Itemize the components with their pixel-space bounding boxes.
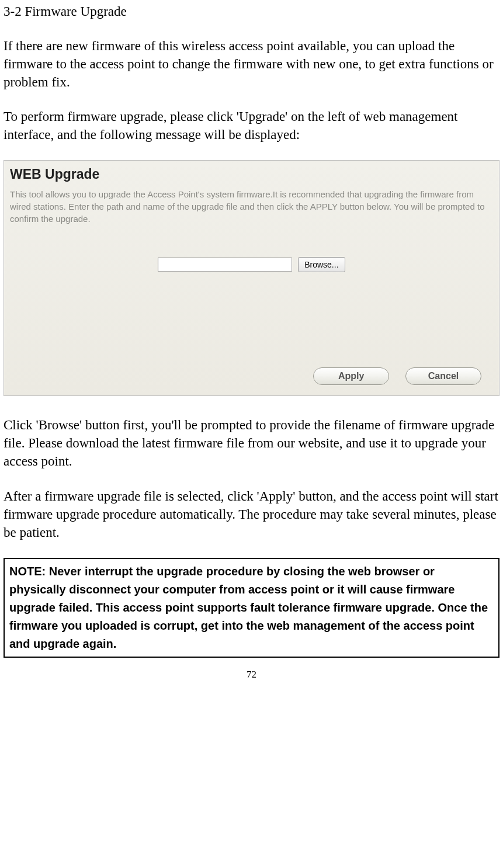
panel-actions: Apply Cancel — [10, 366, 493, 385]
panel-title: WEB Upgrade — [10, 165, 493, 183]
note-box: NOTE: Never interrupt the upgrade proced… — [4, 558, 499, 658]
paragraph-browse: Click 'Browse' button first, you'll be p… — [4, 416, 499, 470]
cancel-button[interactable]: Cancel — [405, 367, 481, 385]
paragraph-instruction: To perform firmware upgrade, please clic… — [4, 107, 499, 144]
page-number: 72 — [4, 668, 499, 682]
web-upgrade-panel: WEB Upgrade This tool allows you to upgr… — [4, 160, 499, 396]
panel-description: This tool allows you to upgrade the Acce… — [10, 188, 493, 225]
paragraph-intro: If there are new firmware of this wirele… — [4, 37, 499, 91]
section-heading: 3-2 Firmware Upgrade — [4, 2, 499, 20]
file-chooser-row: Browse... — [10, 254, 493, 272]
apply-button[interactable]: Apply — [313, 367, 389, 385]
paragraph-apply: After a firmware upgrade file is selecte… — [4, 487, 499, 541]
browse-button[interactable]: Browse... — [298, 257, 345, 272]
firmware-file-input[interactable] — [158, 258, 292, 272]
